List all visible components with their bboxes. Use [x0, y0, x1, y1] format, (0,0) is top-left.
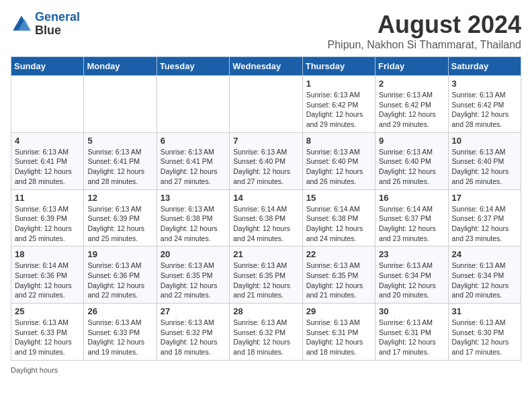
day-number: 31: [452, 306, 517, 316]
day-number: 10: [452, 136, 517, 146]
day-number: 22: [306, 249, 371, 259]
calendar-cell: 15Sunrise: 6:14 AM Sunset: 6:38 PM Dayli…: [302, 189, 375, 246]
calendar-cell: 1Sunrise: 6:13 AM Sunset: 6:42 PM Daylig…: [302, 76, 375, 133]
calendar-header-cell: Thursday: [302, 57, 375, 76]
sub-title: Phipun, Nakhon Si Thammarat, Thailand: [328, 39, 521, 51]
calendar-cell: 21Sunrise: 6:13 AM Sunset: 6:35 PM Dayli…: [230, 246, 302, 304]
calendar-cell: 12Sunrise: 6:13 AM Sunset: 6:39 PM Dayli…: [84, 189, 157, 246]
calendar-week-row: 25Sunrise: 6:13 AM Sunset: 6:33 PM Dayli…: [11, 304, 521, 361]
day-number: 2: [379, 79, 444, 89]
calendar-cell: 16Sunrise: 6:14 AM Sunset: 6:37 PM Dayli…: [375, 189, 448, 246]
day-info: Sunrise: 6:13 AM Sunset: 6:31 PM Dayligh…: [306, 318, 371, 357]
day-info: Sunrise: 6:13 AM Sunset: 6:34 PM Dayligh…: [452, 261, 517, 300]
calendar-cell: 9Sunrise: 6:13 AM Sunset: 6:40 PM Daylig…: [375, 132, 448, 189]
calendar-cell: 26Sunrise: 6:13 AM Sunset: 6:33 PM Dayli…: [84, 304, 157, 361]
day-number: 29: [306, 306, 371, 316]
calendar-cell: 8Sunrise: 6:13 AM Sunset: 6:40 PM Daylig…: [302, 132, 375, 189]
day-info: Sunrise: 6:13 AM Sunset: 6:33 PM Dayligh…: [15, 318, 80, 357]
day-info: Sunrise: 6:13 AM Sunset: 6:36 PM Dayligh…: [87, 261, 152, 300]
calendar-cell: 22Sunrise: 6:13 AM Sunset: 6:35 PM Dayli…: [302, 246, 375, 304]
day-number: 3: [452, 79, 517, 89]
calendar-cell: 14Sunrise: 6:14 AM Sunset: 6:38 PM Dayli…: [230, 189, 302, 246]
day-info: Sunrise: 6:13 AM Sunset: 6:40 PM Dayligh…: [306, 147, 371, 187]
day-info: Sunrise: 6:14 AM Sunset: 6:37 PM Dayligh…: [379, 204, 444, 244]
day-info: Sunrise: 6:14 AM Sunset: 6:38 PM Dayligh…: [306, 204, 371, 244]
calendar-cell: [84, 76, 157, 133]
day-info: Sunrise: 6:13 AM Sunset: 6:41 PM Dayligh…: [87, 147, 152, 187]
day-number: 17: [452, 193, 517, 203]
calendar-cell: 11Sunrise: 6:13 AM Sunset: 6:39 PM Dayli…: [11, 189, 84, 246]
calendar-cell: 18Sunrise: 6:14 AM Sunset: 6:36 PM Dayli…: [11, 246, 84, 304]
day-info: Sunrise: 6:13 AM Sunset: 6:42 PM Dayligh…: [379, 90, 444, 130]
day-info: Sunrise: 6:13 AM Sunset: 6:41 PM Dayligh…: [161, 147, 226, 187]
day-number: 23: [379, 249, 444, 259]
calendar-cell: 28Sunrise: 6:13 AM Sunset: 6:32 PM Dayli…: [230, 304, 302, 361]
day-number: 21: [233, 249, 298, 259]
calendar-header-cell: Saturday: [448, 57, 521, 76]
calendar-week-row: 11Sunrise: 6:13 AM Sunset: 6:39 PM Dayli…: [11, 189, 521, 246]
day-info: Sunrise: 6:13 AM Sunset: 6:31 PM Dayligh…: [379, 318, 444, 357]
day-number: 27: [161, 306, 226, 316]
calendar-cell: 31Sunrise: 6:13 AM Sunset: 6:30 PM Dayli…: [448, 304, 521, 361]
day-number: 6: [161, 136, 226, 146]
calendar-cell: 30Sunrise: 6:13 AM Sunset: 6:31 PM Dayli…: [375, 304, 448, 361]
day-info: Sunrise: 6:13 AM Sunset: 6:30 PM Dayligh…: [452, 318, 517, 357]
calendar-cell: 6Sunrise: 6:13 AM Sunset: 6:41 PM Daylig…: [157, 132, 229, 189]
day-number: 26: [87, 306, 152, 316]
day-number: 7: [233, 136, 298, 146]
logo-text: General Blue: [35, 11, 80, 38]
calendar-header-cell: Wednesday: [230, 57, 302, 76]
day-number: 20: [161, 249, 226, 259]
calendar-header-cell: Tuesday: [157, 57, 229, 76]
day-info: Sunrise: 6:13 AM Sunset: 6:35 PM Dayligh…: [233, 261, 298, 300]
day-number: 11: [15, 193, 80, 203]
day-info: Sunrise: 6:13 AM Sunset: 6:42 PM Dayligh…: [452, 90, 517, 130]
day-number: 9: [379, 136, 444, 146]
day-info: Sunrise: 6:13 AM Sunset: 6:39 PM Dayligh…: [15, 204, 80, 244]
day-number: 15: [306, 193, 371, 203]
calendar-week-row: 1Sunrise: 6:13 AM Sunset: 6:42 PM Daylig…: [11, 76, 521, 133]
calendar-cell: 20Sunrise: 6:13 AM Sunset: 6:35 PM Dayli…: [157, 246, 229, 304]
day-info: Sunrise: 6:13 AM Sunset: 6:33 PM Dayligh…: [87, 318, 152, 357]
day-info: Sunrise: 6:14 AM Sunset: 6:36 PM Dayligh…: [15, 261, 80, 300]
day-info: Sunrise: 6:14 AM Sunset: 6:38 PM Dayligh…: [233, 204, 298, 244]
day-number: 16: [379, 193, 444, 203]
day-number: 28: [233, 306, 298, 316]
day-info: Sunrise: 6:13 AM Sunset: 6:35 PM Dayligh…: [161, 261, 226, 300]
day-number: 4: [15, 136, 80, 146]
day-number: 8: [306, 136, 371, 146]
day-info: Sunrise: 6:13 AM Sunset: 6:32 PM Dayligh…: [233, 318, 298, 357]
calendar-cell: [157, 76, 229, 133]
day-info: Sunrise: 6:13 AM Sunset: 6:34 PM Dayligh…: [379, 261, 444, 300]
day-number: 14: [233, 193, 298, 203]
day-info: Sunrise: 6:13 AM Sunset: 6:35 PM Dayligh…: [306, 261, 371, 300]
day-info: Sunrise: 6:13 AM Sunset: 6:40 PM Dayligh…: [233, 147, 298, 187]
calendar-cell: [11, 76, 84, 133]
day-info: Sunrise: 6:13 AM Sunset: 6:42 PM Dayligh…: [306, 90, 371, 130]
day-info: Sunrise: 6:13 AM Sunset: 6:40 PM Dayligh…: [379, 147, 444, 187]
day-number: 13: [161, 193, 226, 203]
day-number: 1: [306, 79, 371, 89]
title-block: August 2024 Phipun, Nakhon Si Thammarat,…: [328, 11, 521, 51]
calendar-cell: 23Sunrise: 6:13 AM Sunset: 6:34 PM Dayli…: [375, 246, 448, 304]
calendar-cell: 19Sunrise: 6:13 AM Sunset: 6:36 PM Dayli…: [84, 246, 157, 304]
day-number: 24: [452, 249, 517, 259]
footer: Daylight hours: [11, 366, 521, 374]
day-number: 19: [87, 249, 152, 259]
day-info: Sunrise: 6:13 AM Sunset: 6:41 PM Dayligh…: [15, 147, 80, 187]
calendar-cell: 4Sunrise: 6:13 AM Sunset: 6:41 PM Daylig…: [11, 132, 84, 189]
calendar-cell: 25Sunrise: 6:13 AM Sunset: 6:33 PM Dayli…: [11, 304, 84, 361]
day-number: 5: [87, 136, 152, 146]
day-number: 30: [379, 306, 444, 316]
day-number: 18: [15, 249, 80, 259]
calendar-cell: 13Sunrise: 6:13 AM Sunset: 6:38 PM Dayli…: [157, 189, 229, 246]
calendar-header-row: SundayMondayTuesdayWednesdayThursdayFrid…: [11, 57, 521, 76]
calendar-header-cell: Friday: [375, 57, 448, 76]
calendar-week-row: 4Sunrise: 6:13 AM Sunset: 6:41 PM Daylig…: [11, 132, 521, 189]
calendar-cell: 24Sunrise: 6:13 AM Sunset: 6:34 PM Dayli…: [448, 246, 521, 304]
calendar-cell: 5Sunrise: 6:13 AM Sunset: 6:41 PM Daylig…: [84, 132, 157, 189]
day-info: Sunrise: 6:13 AM Sunset: 6:40 PM Dayligh…: [452, 147, 517, 187]
calendar-cell: 10Sunrise: 6:13 AM Sunset: 6:40 PM Dayli…: [448, 132, 521, 189]
calendar-cell: 3Sunrise: 6:13 AM Sunset: 6:42 PM Daylig…: [448, 76, 521, 133]
calendar-cell: [230, 76, 302, 133]
